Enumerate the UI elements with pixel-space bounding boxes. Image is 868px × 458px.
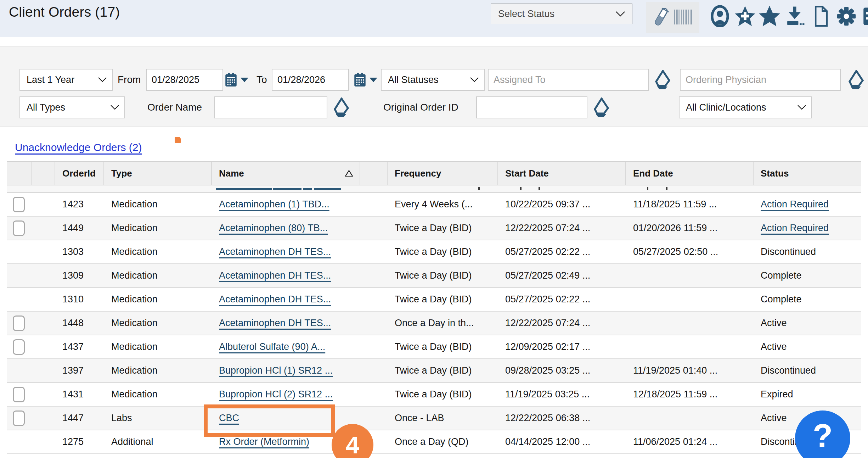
order-name-input[interactable] bbox=[214, 96, 327, 118]
cell-start-date: 12/22/2025 07:24 ... bbox=[498, 217, 626, 240]
header-type[interactable]: Type bbox=[104, 162, 212, 185]
header-start-date[interactable]: Start Date bbox=[498, 162, 626, 185]
order-name-link[interactable]: Bupropion HCl (2) SR12 ... bbox=[219, 389, 333, 400]
clear-ordering-physician-button[interactable] bbox=[846, 69, 865, 91]
row-checkbox[interactable] bbox=[13, 197, 25, 212]
order-name-link[interactable]: Acetaminophen (1) TBD... bbox=[219, 199, 329, 210]
cell-type: Medication bbox=[104, 240, 212, 263]
cell-end-date bbox=[626, 312, 754, 335]
cell-frequency: Twice a Day (BID) bbox=[388, 240, 498, 263]
ordering-physician-input[interactable] bbox=[680, 69, 841, 91]
cell-status: Complete bbox=[754, 288, 861, 311]
cell-blank-2 bbox=[360, 217, 388, 240]
clinic-location-select[interactable]: All Clinic/Locations bbox=[679, 96, 812, 118]
cell-name: Acetaminophen DH TES... bbox=[212, 288, 360, 311]
cell-checkbox bbox=[7, 430, 32, 453]
eraser-icon bbox=[592, 97, 609, 117]
from-date-input[interactable] bbox=[146, 69, 223, 91]
order-name-link[interactable]: Acetaminophen DH TES... bbox=[219, 294, 331, 305]
header-end-date[interactable]: End Date bbox=[626, 162, 754, 185]
cell-blank-2 bbox=[360, 240, 388, 263]
type-filter-select[interactable]: All Types bbox=[19, 96, 125, 118]
cell-type: Medication bbox=[104, 359, 212, 382]
order-name-link[interactable]: Acetaminophen (80) TB... bbox=[219, 223, 328, 234]
assigned-to-input[interactable] bbox=[488, 69, 649, 91]
original-order-id-label: Original Order ID bbox=[383, 96, 458, 118]
date-range-value: Last 1 Year bbox=[27, 74, 74, 85]
cell-blank-2 bbox=[360, 383, 388, 406]
select-status-dropdown[interactable]: Select Status bbox=[491, 4, 632, 24]
document-icon[interactable] bbox=[810, 5, 832, 28]
cell-checkbox bbox=[7, 217, 32, 240]
star-add-icon[interactable] bbox=[734, 5, 756, 28]
header-status[interactable]: Status bbox=[754, 162, 861, 185]
cell-blank bbox=[32, 430, 55, 453]
clear-order-name-button[interactable] bbox=[332, 96, 350, 118]
header-frequency[interactable]: Frequency bbox=[388, 162, 498, 185]
settings-gear-icon[interactable] bbox=[835, 5, 857, 28]
cell-checkbox bbox=[7, 264, 32, 287]
order-name-link[interactable]: Acetaminophen DH TES... bbox=[219, 246, 331, 257]
cell-frequency: Twice a Day (BID) bbox=[388, 359, 498, 382]
specimen-tube-icon[interactable] bbox=[653, 5, 670, 31]
cell-status: Active bbox=[754, 335, 861, 358]
star-icon[interactable] bbox=[759, 5, 780, 28]
table-row: 1397MedicationBupropion HCl (1) SR12 ...… bbox=[7, 359, 861, 383]
date-range-select[interactable]: Last 1 Year bbox=[19, 69, 113, 91]
cell-blank bbox=[32, 335, 55, 358]
download-icon[interactable] bbox=[784, 5, 806, 28]
original-order-id-input[interactable] bbox=[476, 96, 587, 118]
cell-orderid: 1437 bbox=[55, 335, 104, 358]
chevron-down-icon bbox=[110, 105, 119, 110]
eraser-icon bbox=[332, 97, 349, 117]
order-name-label: Order Name bbox=[147, 96, 202, 118]
status-filter-select[interactable]: All Statuses bbox=[381, 69, 485, 91]
barcode-icon[interactable] bbox=[673, 8, 693, 27]
filters-panel: Last 1 Year From To bbox=[0, 46, 868, 127]
header-orderid[interactable]: OrderId bbox=[55, 162, 104, 185]
cell-blank-2 bbox=[360, 288, 388, 311]
row-checkbox[interactable] bbox=[13, 387, 25, 402]
menu-icon[interactable] bbox=[861, 5, 868, 28]
row-checkbox[interactable] bbox=[13, 339, 25, 355]
cell-blank-2 bbox=[360, 407, 388, 430]
order-name-link[interactable]: Albuterol Sulfate (90) A... bbox=[219, 341, 325, 352]
eraser-icon bbox=[847, 70, 864, 90]
clear-assigned-to-button[interactable] bbox=[653, 69, 671, 91]
cell-name: Bupropion HCl (1) SR12 ... bbox=[212, 359, 360, 382]
cell-start-date: 12/22/2025 07:24 ... bbox=[498, 312, 626, 335]
cell-frequency: Once a Day (QD) bbox=[388, 430, 498, 453]
order-name-link[interactable]: Acetaminophen DH TES... bbox=[219, 318, 331, 329]
cell-frequency: Every 4 Weeks (... bbox=[388, 193, 498, 216]
header-name[interactable]: Name bbox=[212, 162, 360, 185]
table-row: 1449MedicationAcetaminophen (80) TB...Tw… bbox=[7, 217, 861, 240]
cell-type: Medication bbox=[104, 335, 212, 358]
table-row: 1431MedicationBupropion HCl (2) SR12 ...… bbox=[7, 383, 861, 407]
order-name-link[interactable]: Bupropion HCl (1) SR12 ... bbox=[219, 365, 333, 376]
cell-orderid: 1309 bbox=[55, 264, 104, 287]
row-checkbox[interactable] bbox=[13, 315, 25, 331]
from-calendar-button[interactable] bbox=[225, 69, 248, 91]
to-calendar-button[interactable] bbox=[354, 69, 377, 91]
cell-orderid: 1431 bbox=[55, 383, 104, 406]
status-link[interactable]: Action Required bbox=[761, 199, 829, 210]
cell-name: Albuterol Sulfate (90) A... bbox=[212, 335, 360, 358]
annotation-fragment bbox=[175, 137, 181, 143]
user-icon[interactable] bbox=[709, 5, 731, 28]
row-checkbox[interactable] bbox=[13, 410, 25, 426]
cell-blank bbox=[32, 407, 55, 430]
status-link[interactable]: Action Required bbox=[761, 223, 829, 234]
sort-ascending-icon[interactable] bbox=[345, 170, 353, 177]
row-checkbox[interactable] bbox=[13, 220, 25, 236]
clear-original-order-id-button[interactable] bbox=[592, 96, 610, 118]
order-name-link[interactable]: Rx Order (Metformin) bbox=[219, 436, 309, 447]
cell-end-date: 01/20/2026 11:59 ... bbox=[626, 217, 754, 240]
orders-table-header: OrderId Type Name Frequency Start Date E… bbox=[7, 161, 861, 185]
to-date-input[interactable] bbox=[272, 69, 349, 91]
to-label: To bbox=[257, 69, 267, 91]
cell-frequency: Once - LAB bbox=[388, 407, 498, 430]
unacknowledge-orders-link[interactable]: Unacknowledge Orders (2) bbox=[15, 141, 142, 153]
from-label: From bbox=[118, 69, 141, 91]
order-name-link[interactable]: Acetaminophen DH TES... bbox=[219, 270, 331, 281]
cell-start-date: 10/22/2025 09:37 ... bbox=[498, 193, 626, 216]
